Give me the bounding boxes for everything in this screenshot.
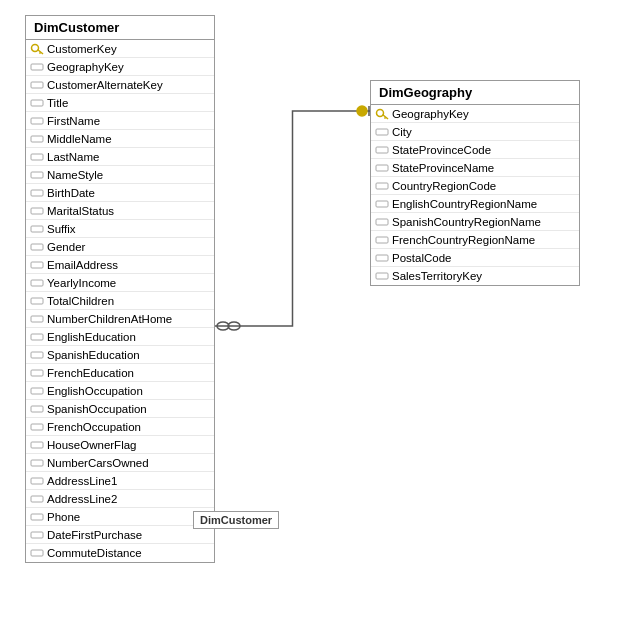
- dim-geography-table: DimGeography GeographyKey City: [370, 80, 580, 286]
- spacer: [30, 456, 44, 470]
- spacer: [30, 114, 44, 128]
- field-name: TotalChildren: [47, 295, 114, 307]
- svg-rect-45: [376, 255, 388, 261]
- field-name: CustomerKey: [47, 43, 117, 55]
- table-row: CustomerKey: [26, 40, 214, 58]
- spacer: [30, 240, 44, 254]
- spacer: [30, 474, 44, 488]
- table-row: StateProvinceName: [371, 159, 579, 177]
- field-name: StateProvinceName: [392, 162, 494, 174]
- spacer: [375, 161, 389, 175]
- field-name: SpanishOccupation: [47, 403, 147, 415]
- field-name: EmailAddress: [47, 259, 118, 271]
- svg-rect-23: [31, 352, 43, 358]
- field-name: Title: [47, 97, 68, 109]
- table-row: SpanishCountryRegionName: [371, 213, 579, 231]
- table-row: GeographyKey: [371, 105, 579, 123]
- svg-rect-15: [31, 208, 43, 214]
- table-row: NameStyle: [26, 166, 214, 184]
- spacer: [30, 528, 44, 542]
- svg-rect-24: [31, 370, 43, 376]
- relation-label: DimCustomer: [193, 511, 279, 529]
- svg-rect-16: [31, 226, 43, 232]
- svg-rect-11: [31, 136, 43, 142]
- table-row: FirstName: [26, 112, 214, 130]
- svg-rect-30: [31, 478, 43, 484]
- spacer: [30, 510, 44, 524]
- field-name: Suffix: [47, 223, 76, 235]
- svg-rect-38: [376, 129, 388, 135]
- table-row: FrenchEducation: [26, 364, 214, 382]
- field-name: EnglishEducation: [47, 331, 136, 343]
- field-name: AddressLine2: [47, 493, 117, 505]
- spacer: [30, 492, 44, 506]
- svg-rect-17: [31, 244, 43, 250]
- svg-rect-22: [31, 334, 43, 340]
- svg-rect-29: [31, 460, 43, 466]
- field-name: GeographyKey: [47, 61, 124, 73]
- table-row: NumberChildrenAtHome: [26, 310, 214, 328]
- svg-point-1: [228, 322, 240, 330]
- field-name: PostalCode: [392, 252, 451, 264]
- svg-rect-27: [31, 424, 43, 430]
- table-row: SpanishEducation: [26, 346, 214, 364]
- svg-rect-32: [31, 514, 43, 520]
- field-name: SalesTerritoryKey: [392, 270, 482, 282]
- field-name: SpanishCountryRegionName: [392, 216, 541, 228]
- svg-rect-18: [31, 262, 43, 268]
- spacer: [30, 204, 44, 218]
- svg-rect-40: [376, 165, 388, 171]
- table-row: StateProvinceCode: [371, 141, 579, 159]
- spacer: [30, 186, 44, 200]
- field-name: StateProvinceCode: [392, 144, 491, 156]
- svg-rect-46: [376, 273, 388, 279]
- field-name: Gender: [47, 241, 85, 253]
- canvas: DimCustomer CustomerKey GeographyKey: [0, 0, 620, 617]
- spacer: [375, 233, 389, 247]
- svg-rect-41: [376, 183, 388, 189]
- field-name: NumberCarsOwned: [47, 457, 149, 469]
- table-row: NumberCarsOwned: [26, 454, 214, 472]
- field-name: LastName: [47, 151, 99, 163]
- dim-customer-title: DimCustomer: [26, 16, 214, 40]
- svg-point-4: [32, 44, 39, 51]
- field-name: City: [392, 126, 412, 138]
- svg-rect-12: [31, 154, 43, 160]
- spacer: [30, 258, 44, 272]
- spacer: [375, 197, 389, 211]
- table-row: EmailAddress: [26, 256, 214, 274]
- dim-geography-title: DimGeography: [371, 81, 579, 105]
- table-row: SalesTerritoryKey: [371, 267, 579, 285]
- field-name: YearlyIncome: [47, 277, 116, 289]
- field-name: Phone: [47, 511, 80, 523]
- svg-rect-28: [31, 442, 43, 448]
- table-row: EnglishOccupation: [26, 382, 214, 400]
- spacer: [375, 251, 389, 265]
- spacer: [30, 294, 44, 308]
- spacer: [30, 168, 44, 182]
- field-name: MaritalStatus: [47, 205, 114, 217]
- table-row: YearlyIncome: [26, 274, 214, 292]
- svg-rect-44: [376, 237, 388, 243]
- table-row: HouseOwnerFlag: [26, 436, 214, 454]
- svg-rect-42: [376, 201, 388, 207]
- field-name: AddressLine1: [47, 475, 117, 487]
- svg-rect-8: [31, 82, 43, 88]
- spacer: [375, 143, 389, 157]
- field-name: HouseOwnerFlag: [47, 439, 136, 451]
- svg-rect-26: [31, 406, 43, 412]
- field-name: FirstName: [47, 115, 100, 127]
- spacer: [375, 269, 389, 283]
- table-row: SpanishOccupation: [26, 400, 214, 418]
- spacer: [30, 420, 44, 434]
- spacer: [30, 402, 44, 416]
- key-icon: [30, 42, 44, 56]
- field-name: EnglishCountryRegionName: [392, 198, 537, 210]
- table-row: CustomerAlternateKey: [26, 76, 214, 94]
- spacer: [30, 438, 44, 452]
- dim-geography-rows: GeographyKey City StateProvinceCode: [371, 105, 579, 285]
- svg-rect-13: [31, 172, 43, 178]
- table-row: City: [371, 123, 579, 141]
- table-row: Phone: [26, 508, 214, 526]
- spacer: [30, 546, 44, 560]
